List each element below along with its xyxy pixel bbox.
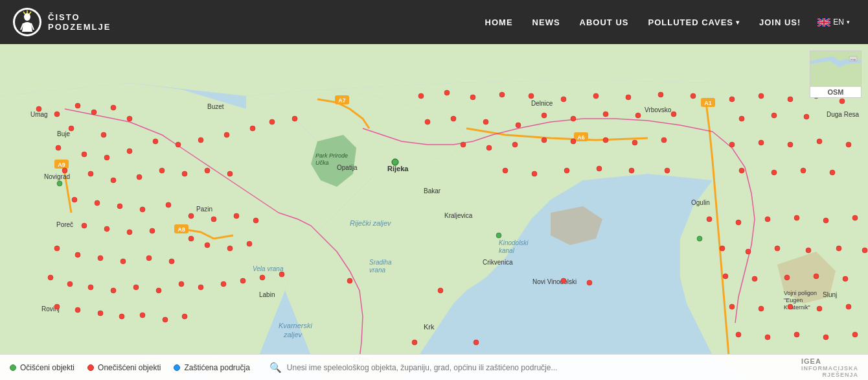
map-svg[interactable]: A7 A6 A9 A8 A1 Umag Buje Buzet Novigrad … [0, 44, 868, 380]
minimap-thumbnail: map [810, 51, 861, 87]
svg-point-96 [82, 223, 87, 228]
svg-point-116 [260, 275, 265, 280]
svg-point-63 [101, 132, 106, 137]
svg-point-65 [82, 152, 87, 157]
svg-point-162 [788, 142, 793, 147]
svg-point-80 [182, 171, 187, 176]
minimap[interactable]: map OSM [810, 51, 862, 98]
svg-point-83 [72, 197, 77, 202]
lang-label: EN [833, 18, 844, 27]
svg-point-185 [836, 246, 841, 251]
svg-point-131 [593, 93, 599, 99]
svg-point-143 [635, 113, 641, 118]
svg-point-127 [470, 95, 475, 100]
svg-point-135 [729, 97, 735, 102]
svg-point-153 [486, 145, 492, 150]
svg-point-110 [133, 285, 139, 290]
svg-text:Bakar: Bakar [424, 187, 441, 195]
svg-point-170 [665, 168, 670, 173]
svg-point-72 [250, 126, 255, 131]
svg-point-103 [120, 259, 126, 264]
svg-point-89 [211, 217, 216, 222]
legend-protected-label: Zaštićena područja [184, 363, 249, 372]
svg-point-107 [67, 281, 73, 287]
svg-point-130 [561, 97, 566, 102]
svg-point-73 [269, 119, 275, 125]
svg-text:Riječki zaljev: Riječki zaljev [350, 219, 392, 227]
svg-point-152 [461, 142, 466, 147]
svg-text:Vrbovsko: Vrbovsko [645, 106, 672, 113]
svg-point-161 [759, 140, 764, 145]
map-container[interactable]: A7 A6 A9 A8 A1 Umag Buje Buzet Novigrad … [0, 44, 868, 380]
svg-point-91 [253, 218, 258, 223]
svg-point-92 [188, 236, 194, 241]
language-selector[interactable]: EN ▾ [812, 14, 855, 30]
svg-point-108 [88, 285, 93, 290]
svg-point-87 [166, 202, 171, 208]
svg-point-175 [707, 217, 712, 222]
nav-home[interactable]: HOME [477, 12, 521, 32]
svg-point-178 [794, 215, 799, 220]
svg-point-59 [91, 110, 97, 115]
svg-point-121 [119, 314, 124, 319]
svg-point-93 [205, 243, 210, 248]
svg-text:Pazin: Pazin [196, 206, 212, 213]
svg-point-129 [529, 93, 534, 99]
svg-text:Park Prirode: Park Prirode [315, 152, 348, 159]
svg-point-172 [771, 170, 777, 175]
svg-point-164 [846, 142, 851, 147]
svg-text:Duga Resa: Duga Resa [827, 111, 859, 118]
nav-news[interactable]: NEWS [525, 12, 568, 32]
svg-point-113 [198, 285, 203, 290]
logo-icon [13, 8, 41, 36]
svg-point-71 [224, 132, 229, 137]
logo-area[interactable]: ČISTO PODZEMLJE [13, 8, 111, 36]
nav-polluted-caves[interactable]: POLLUTED CAVES ▾ [640, 12, 748, 32]
svg-point-173 [801, 168, 806, 173]
svg-text:Novigrad: Novigrad [44, 173, 70, 180]
svg-point-150 [483, 119, 488, 125]
nav-about-us[interactable]: ABOUT US [572, 12, 637, 32]
legend-dot-green [10, 364, 16, 371]
svg-point-179 [823, 218, 828, 223]
svg-point-62 [69, 126, 74, 131]
svg-point-68 [153, 139, 158, 144]
legend-polluted: Onečišćeni objekti [87, 363, 161, 372]
search-input[interactable] [287, 363, 788, 372]
svg-point-180 [852, 215, 858, 220]
svg-point-105 [169, 259, 174, 264]
svg-point-187 [723, 274, 728, 279]
svg-text:Rijeka: Rijeka [387, 165, 409, 172]
svg-point-60 [111, 105, 116, 110]
svg-point-193 [759, 306, 764, 311]
svg-point-201 [852, 332, 858, 337]
search-bar[interactable]: 🔍 [269, 362, 788, 374]
svg-point-99 [150, 228, 155, 233]
svg-point-148 [425, 119, 430, 125]
svg-point-211 [392, 159, 398, 165]
svg-point-115 [240, 278, 246, 283]
svg-point-124 [182, 314, 187, 319]
svg-text:Delnice: Delnice [531, 100, 553, 107]
svg-point-82 [227, 171, 233, 176]
svg-point-192 [729, 304, 735, 309]
svg-point-90 [234, 213, 239, 219]
svg-point-102 [98, 255, 103, 261]
lang-chevron-icon: ▾ [847, 19, 850, 25]
legend-dot-blue [174, 364, 180, 371]
svg-point-70 [198, 137, 203, 143]
svg-point-188 [752, 276, 757, 281]
svg-point-94 [227, 246, 233, 251]
svg-point-147 [804, 114, 809, 119]
svg-text:Slunj: Slunj [823, 291, 837, 298]
svg-point-186 [862, 248, 867, 253]
svg-point-132 [626, 95, 631, 100]
svg-point-145 [739, 116, 744, 121]
svg-point-182 [746, 249, 751, 254]
nav-join-us[interactable]: JOIN US! [751, 12, 808, 32]
svg-point-169 [629, 168, 634, 173]
svg-point-174 [830, 170, 835, 175]
svg-point-95 [247, 241, 252, 246]
svg-text:A1: A1 [704, 100, 712, 106]
bottom-bar: Očišćeni objekti Onečišćeni objekti Zašt… [0, 354, 868, 380]
